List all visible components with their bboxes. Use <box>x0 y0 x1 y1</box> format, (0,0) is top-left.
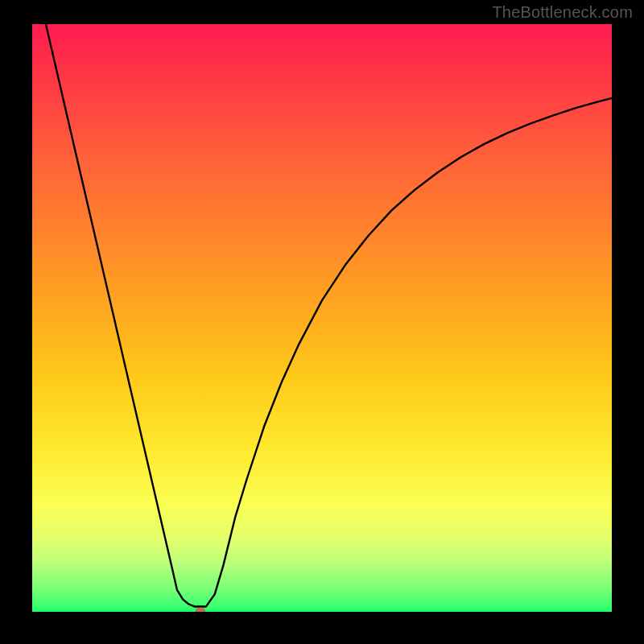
chart-plot-area <box>32 24 612 612</box>
watermark-text: TheBottleneck.com <box>492 3 633 22</box>
chart-frame: TheBottleneck.com <box>0 0 644 644</box>
curve-line <box>32 24 612 606</box>
marker-dot <box>195 608 205 613</box>
chart-svg <box>32 24 612 612</box>
